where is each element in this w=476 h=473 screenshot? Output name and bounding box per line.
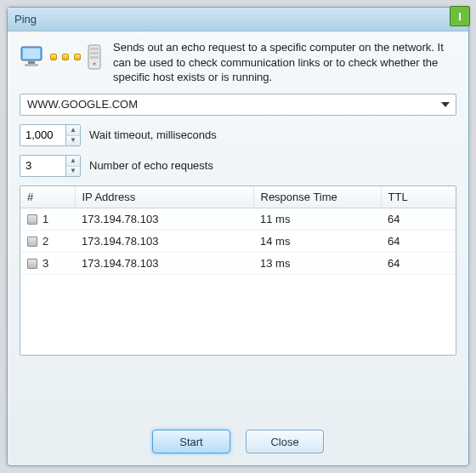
- host-input[interactable]: [20, 94, 456, 116]
- table-row[interactable]: 2 173.194.78.103 14 ms 64: [20, 230, 456, 252]
- cell-rt: 13 ms: [253, 252, 381, 274]
- col-header-rt[interactable]: Response Time: [253, 186, 381, 208]
- corner-marker-label: I: [458, 10, 462, 23]
- cell-ip: 173.194.78.103: [75, 230, 253, 252]
- col-header-num[interactable]: #: [20, 186, 75, 208]
- row-status-icon: [27, 214, 37, 225]
- window-title: Ping: [14, 13, 37, 26]
- count-input[interactable]: [20, 155, 65, 177]
- ping-window: Ping I: [7, 7, 469, 466]
- results-table: # IP Address Response Time TTL 1 173.194…: [20, 186, 456, 275]
- cell-ip: 173.194.78.103: [75, 208, 253, 230]
- cell-ttl: 64: [381, 208, 456, 230]
- col-header-ttl[interactable]: TTL: [381, 186, 456, 208]
- svg-rect-2: [28, 61, 35, 64]
- svg-rect-6: [90, 52, 99, 54]
- count-stepper[interactable]: ▲ ▼: [20, 155, 81, 177]
- svg-rect-3: [25, 64, 38, 66]
- timeout-down-button[interactable]: ▼: [66, 135, 80, 145]
- cell-ip: 173.194.78.103: [75, 252, 253, 274]
- timeout-up-button[interactable]: ▲: [66, 125, 80, 135]
- corner-marker: I: [450, 6, 470, 26]
- timeout-label: Wait timeout, milliseconds: [89, 128, 217, 141]
- monitor-icon: [20, 45, 45, 69]
- timeout-row: ▲ ▼ Wait timeout, milliseconds: [20, 124, 456, 146]
- cell-num: 1: [42, 213, 48, 225]
- server-icon: [86, 43, 103, 71]
- count-up-button[interactable]: ▲: [66, 156, 80, 166]
- signal-dot-icon: [62, 54, 69, 60]
- cell-num: 3: [42, 257, 48, 270]
- table-header: # IP Address Response Time TTL: [20, 186, 456, 208]
- table-row[interactable]: 3 173.194.78.103 13 ms 64: [20, 252, 456, 274]
- count-spin-buttons: ▲ ▼: [65, 155, 81, 177]
- results-table-wrap: # IP Address Response Time TTL 1 173.194…: [20, 185, 456, 356]
- icon-train: [20, 40, 103, 71]
- row-status-icon: [27, 259, 37, 269]
- row-status-icon: [27, 236, 37, 247]
- chevron-down-icon: ▼: [70, 168, 76, 174]
- host-combobox[interactable]: [20, 94, 456, 116]
- count-row: ▲ ▼ Number of echo requests: [20, 155, 456, 177]
- cell-ttl: 64: [381, 252, 456, 274]
- chevron-up-icon: ▲: [70, 157, 76, 164]
- svg-point-8: [94, 63, 96, 66]
- col-header-ip[interactable]: IP Address: [75, 186, 253, 208]
- signal-dot-icon: [50, 54, 57, 60]
- chevron-down-icon: ▼: [70, 137, 76, 144]
- svg-rect-7: [90, 56, 99, 59]
- cell-num: 2: [42, 235, 48, 248]
- signal-dot-icon: [74, 54, 81, 60]
- svg-rect-5: [90, 48, 99, 50]
- dropdown-arrow-icon[interactable]: [438, 97, 453, 112]
- start-button[interactable]: Start: [152, 430, 230, 453]
- timeout-input[interactable]: [20, 124, 65, 146]
- table-row[interactable]: 1 173.194.78.103 11 ms 64: [20, 208, 456, 230]
- timeout-spin-buttons: ▲ ▼: [65, 124, 81, 146]
- intro-row: Sends out an echo request to a specific …: [20, 40, 456, 85]
- chevron-up-icon: ▲: [70, 127, 76, 134]
- cell-rt: 11 ms: [253, 208, 381, 230]
- cell-rt: 14 ms: [253, 230, 381, 252]
- close-button[interactable]: Close: [246, 430, 324, 453]
- description-text: Sends out an echo request to a specific …: [113, 40, 456, 85]
- window-body: Sends out an echo request to a specific …: [8, 31, 468, 465]
- titlebar[interactable]: Ping I: [8, 8, 468, 31]
- count-label: Number of echo requests: [89, 159, 213, 172]
- timeout-stepper[interactable]: ▲ ▼: [20, 124, 81, 146]
- cell-ttl: 64: [381, 230, 456, 252]
- footer-buttons: Start Close: [20, 425, 456, 455]
- svg-rect-1: [23, 48, 40, 59]
- count-down-button[interactable]: ▼: [66, 166, 80, 176]
- table-body: 1 173.194.78.103 11 ms 64 2 173.194.78.1…: [20, 208, 456, 274]
